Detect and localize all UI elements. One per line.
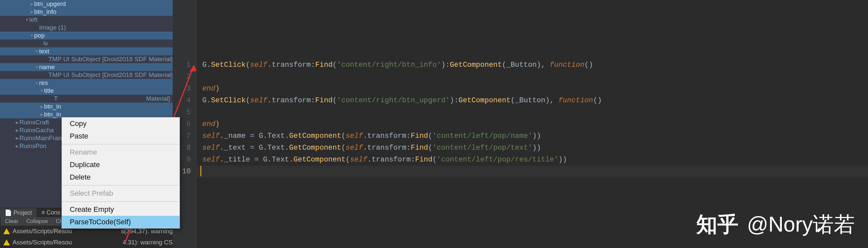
tab-console[interactable]: ≡ Cons bbox=[37, 208, 65, 217]
expand-arrow-icon[interactable]: ▼ bbox=[39, 87, 44, 95]
hierarchy-item[interactable]: ▼name bbox=[0, 63, 173, 71]
hierarchy-label: text bbox=[39, 48, 49, 55]
hierarchy-item[interactable]: ▼pop bbox=[0, 32, 173, 39]
hierarchy-item[interactable]: TMaterial] bbox=[0, 95, 173, 103]
zhihu-logo: 知乎 bbox=[696, 210, 738, 239]
code-line[interactable]: end) bbox=[196, 83, 868, 95]
menu-select-prefab[interactable]: Select Prefab bbox=[62, 187, 180, 200]
line-number: 5 bbox=[173, 106, 196, 118]
expand-arrow-icon[interactable]: ▶ bbox=[30, 8, 34, 16]
hierarchy-label: btn_upgerd bbox=[34, 0, 66, 8]
code-line[interactable]: end) bbox=[196, 118, 868, 130]
collapse-button[interactable]: Collapse bbox=[23, 217, 52, 225]
line-number: 1 bbox=[173, 59, 196, 71]
hierarchy-label: TMP UI SubObject [Droid2018 SDF Material… bbox=[48, 55, 173, 63]
hierarchy-panel: ▶btn_upgerd▶btn_info▼leftImage (1)▼poplv… bbox=[0, 0, 173, 248]
expand-arrow-icon[interactable]: ▼ bbox=[25, 16, 29, 24]
warning-icon bbox=[3, 228, 10, 234]
expand-arrow-icon[interactable]: ▼ bbox=[30, 32, 34, 39]
hierarchy-label: lv bbox=[43, 39, 48, 48]
context-menu: Copy Paste Rename Duplicate Delete Selec… bbox=[62, 117, 180, 228]
expand-arrow-icon[interactable]: ▶ bbox=[15, 126, 20, 134]
hierarchy-label: btn_in bbox=[44, 103, 61, 111]
watermark: 知乎 @Nory诺若 bbox=[696, 210, 855, 239]
menu-copy[interactable]: Copy bbox=[62, 117, 180, 130]
menu-delete[interactable]: Delete bbox=[62, 171, 180, 184]
expand-arrow-icon[interactable]: ▶ bbox=[15, 142, 20, 150]
hierarchy-item[interactable]: Image (1) bbox=[0, 24, 173, 32]
caret-indicator bbox=[200, 166, 202, 176]
code-line[interactable]: self._text = G.Text.GetComponent(self.tr… bbox=[196, 142, 868, 154]
hierarchy-label: RuinsPon bbox=[20, 142, 46, 150]
code-line[interactable]: self._title = G.Text.GetComponent(self.t… bbox=[196, 154, 868, 166]
hierarchy-label: RuinsCraft bbox=[20, 118, 49, 126]
hierarchy-item[interactable]: ▼left bbox=[0, 16, 173, 24]
expand-arrow-icon[interactable]: ▶ bbox=[39, 111, 44, 118]
hierarchy-item[interactable]: ▶btn_in bbox=[0, 103, 173, 111]
menu-separator bbox=[62, 144, 180, 145]
menu-duplicate[interactable]: Duplicate bbox=[62, 158, 180, 171]
menu-separator bbox=[62, 185, 180, 186]
hierarchy-label: left bbox=[29, 16, 37, 24]
hierarchy-label: name bbox=[39, 63, 55, 71]
menu-rename[interactable]: Rename bbox=[62, 146, 180, 158]
expand-arrow-icon[interactable]: ▶ bbox=[39, 103, 44, 111]
code-line[interactable] bbox=[196, 166, 868, 178]
expand-arrow-icon[interactable]: ▼ bbox=[34, 48, 39, 55]
watermark-author: @Nory诺若 bbox=[747, 210, 855, 239]
expand-arrow-icon[interactable]: ▼ bbox=[34, 79, 39, 87]
hierarchy-label: RuinsGacha bbox=[20, 126, 54, 134]
menu-paste[interactable]: Paste bbox=[62, 130, 180, 143]
hierarchy-item[interactable]: ▶btn_info bbox=[0, 8, 173, 16]
hierarchy-label: res bbox=[39, 79, 48, 87]
expand-arrow-icon[interactable]: ▶ bbox=[15, 118, 20, 126]
hierarchy-item[interactable]: ▼title bbox=[0, 87, 173, 95]
line-number: 2 bbox=[173, 71, 196, 83]
hierarchy-item[interactable]: TMP UI SubObject [Droid2018 SDF Material… bbox=[0, 71, 173, 79]
hierarchy-label: Image (1) bbox=[39, 24, 66, 32]
menu-create-empty[interactable]: Create Empty bbox=[62, 203, 180, 216]
warning-icon bbox=[3, 240, 10, 245]
expand-arrow-icon[interactable]: ▶ bbox=[30, 0, 34, 8]
console-row[interactable]: Assets/Scripts/Resou 4.31): warning CS bbox=[0, 237, 173, 248]
list-icon: ≡ bbox=[41, 209, 45, 216]
code-line[interactable]: G.SetClick(self.transform:Find('content/… bbox=[196, 59, 868, 71]
hierarchy-label: pop bbox=[34, 32, 45, 39]
clear-button[interactable]: Clear bbox=[1, 217, 22, 225]
hierarchy-item[interactable]: ▼res bbox=[0, 79, 173, 87]
hierarchy-item[interactable]: ▶btn_upgerd bbox=[0, 0, 173, 8]
code-line[interactable]: self._name = G.Text.GetComponent(self.tr… bbox=[196, 130, 868, 142]
code-line[interactable]: G.SetClick(self.transform:Find('content/… bbox=[196, 95, 868, 106]
hierarchy-item[interactable]: TMP UI SubObject [Droid2018 SDF Material… bbox=[0, 55, 173, 63]
hierarchy-label: TMP UI SubObject [Droid2018 SDF Material… bbox=[48, 71, 173, 79]
hierarchy-label: btn_info bbox=[34, 8, 57, 16]
code-line[interactable] bbox=[196, 71, 868, 83]
tab-project[interactable]: 📄 Project bbox=[0, 208, 37, 217]
hierarchy-label: btn_in bbox=[44, 111, 61, 118]
console-output: Assets/Scripts/Resou s(394,37): warning … bbox=[0, 226, 173, 248]
hierarchy-item[interactable]: lv bbox=[0, 39, 173, 48]
expand-arrow-icon[interactable]: ▼ bbox=[34, 63, 39, 71]
folder-icon: 📄 bbox=[5, 210, 12, 216]
hierarchy-label: RuinsMainFram bbox=[20, 134, 63, 142]
menu-parse-to-code[interactable]: ParseToCode(Self) bbox=[62, 216, 180, 228]
line-number: 3 bbox=[173, 83, 196, 95]
hierarchy-label: title bbox=[44, 87, 54, 95]
menu-separator bbox=[62, 201, 180, 202]
expand-arrow-icon[interactable]: ▶ bbox=[15, 134, 20, 142]
code-line[interactable] bbox=[196, 106, 868, 118]
hierarchy-label: T bbox=[54, 95, 58, 103]
line-number: 4 bbox=[173, 95, 196, 106]
hierarchy-item[interactable]: ▼text bbox=[0, 48, 173, 55]
